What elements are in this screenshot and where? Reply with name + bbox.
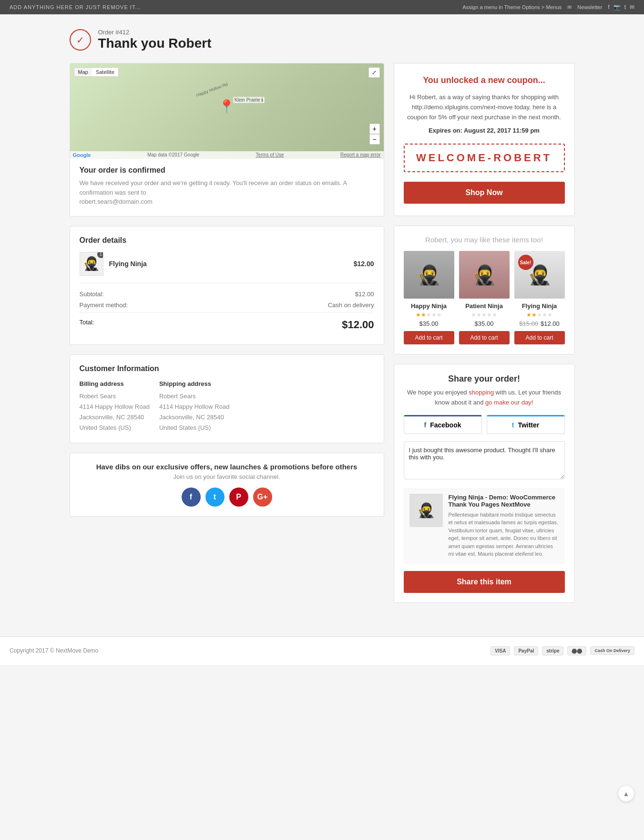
- social-follow-buttons: f t P G+: [80, 487, 374, 507]
- reco-item-1: 🥷 Happy Ninja ★★★★★ $35.00 Add to cart: [404, 251, 454, 344]
- instagram-top-icon[interactable]: 📷: [613, 4, 621, 10]
- subtotal-label: Subtotal:: [80, 290, 104, 298]
- twitter-share-button[interactable]: t Twitter: [487, 415, 565, 434]
- right-column: You unlocked a new coupon... Hi Robert, …: [394, 63, 575, 612]
- twitter-share-icon: t: [512, 421, 514, 429]
- share-preview-box: 🥷 Flying Ninja - Demo: WooCommerce Thank…: [404, 488, 565, 564]
- share-preview-desc: Pellentesque habitant morbi tristique se…: [449, 511, 559, 558]
- recommendations-list: 🥷 Happy Ninja ★★★★★ $35.00 Add to cart 🥷: [404, 251, 565, 344]
- coupon-expires: Expires on: August 22, 2017 11:59 pm: [404, 127, 565, 134]
- map-tab[interactable]: Map: [74, 68, 92, 76]
- visa-icon: VISA: [491, 646, 510, 655]
- map-footer: Google Map data ©2017 Google Terms of Us…: [70, 151, 384, 159]
- stripe-icon: stripe: [542, 646, 563, 655]
- confirmed-description: We have received your order and we're ge…: [80, 178, 374, 207]
- left-column: Map Satellite 📍 Klein Prairie ℹ Happy Ho…: [70, 63, 384, 526]
- facebook-top-icon[interactable]: f: [608, 4, 609, 10]
- reco-item-3-stars: ★★★★★: [514, 311, 565, 318]
- reco-item-2-image: 🥷: [459, 251, 510, 299]
- newsletter-link[interactable]: Newsletter: [577, 4, 602, 10]
- customer-info-title: Customer Information: [80, 364, 374, 373]
- payment-method-label: Payment method:: [80, 301, 128, 309]
- order-summary: Subtotal: $12.00 Payment method: Cash on…: [80, 283, 374, 331]
- menu-assign-text: Assign a menu in Theme Options > Menus: [462, 4, 562, 10]
- coupon-card: You unlocked a new coupon... Hi Robert, …: [394, 63, 575, 216]
- terms-link[interactable]: Terms of Use: [256, 152, 284, 158]
- report-link[interactable]: Report a map error: [340, 152, 380, 158]
- total-label: Total:: [80, 319, 94, 331]
- zoom-in-button[interactable]: +: [369, 124, 380, 134]
- top-bar: ADD ANYTHING HERE OR JUST REMOVE IT... A…: [0, 0, 644, 14]
- email-top-icon[interactable]: ✉: [630, 4, 634, 10]
- share-item-button[interactable]: Share this item: [404, 571, 565, 593]
- total-amount: $12.00: [342, 319, 374, 331]
- reco-item-3: Sale! 🥷 Flying Ninja ★★★★★ $15.00$12.00 …: [514, 251, 565, 344]
- shop-now-button[interactable]: Shop Now: [404, 182, 565, 204]
- reco-item-3-add-to-cart[interactable]: Add to cart: [514, 331, 565, 344]
- make-day-link[interactable]: go make our day!: [485, 399, 533, 406]
- order-item-price: $12.00: [354, 260, 374, 268]
- reco-item-2-name: Patient Ninja: [459, 302, 510, 310]
- zoom-out-button[interactable]: −: [369, 134, 380, 145]
- reco-item-2: 🥷 Patient Ninja ★★★★★ $35.00 Add to cart: [459, 251, 510, 344]
- reco-item-1-name: Happy Ninja: [404, 302, 454, 310]
- pinterest-follow-button[interactable]: P: [229, 487, 248, 507]
- main-wrapper: ✓ Order #412 Thank you Robert Map Satell…: [60, 14, 584, 627]
- reco-item-3-image: Sale! 🥷: [514, 251, 565, 299]
- order-item: 🥷 1 Flying Ninja $12.00: [80, 252, 374, 276]
- map-inner: Map Satellite 📍 Klein Prairie ℹ Happy Ho…: [70, 63, 384, 159]
- order-number: Order #412: [98, 29, 212, 36]
- coupon-title: You unlocked a new coupon...: [404, 75, 565, 85]
- order-item-name: Flying Ninja: [109, 260, 354, 268]
- newsletter-icon: ✉: [567, 4, 572, 10]
- order-header: ✓ Order #412 Thank you Robert: [70, 29, 575, 51]
- social-follow-sub-text: Join us on your favorite social channel.: [80, 473, 374, 480]
- payment-method-row: Payment method: Cash on delivery: [80, 301, 374, 309]
- recommendations-section: Robert, you may like these items too! 🥷 …: [394, 226, 575, 354]
- share-preview-image: 🥷: [409, 494, 443, 527]
- order-item-qty-badge: 1: [97, 252, 103, 258]
- payment-method-value: Cash on delivery: [328, 301, 374, 309]
- reco-item-1-stars: ★★★★★: [404, 311, 454, 318]
- order-details-card: Order details 🥷 1 Flying Ninja $12.00 Su…: [70, 226, 384, 345]
- map-location-label: Klein Prairie ℹ: [233, 97, 265, 103]
- share-message-textarea[interactable]: I just bought this awesome product. Thou…: [404, 441, 565, 479]
- reco-item-1-add-to-cart[interactable]: Add to cart: [404, 331, 454, 344]
- top-bar-right: Assign a menu in Theme Options > Menus ✉…: [462, 4, 634, 10]
- map-expand-button[interactable]: ⤢: [368, 67, 380, 78]
- reco-item-1-image: 🥷: [404, 251, 454, 299]
- address-columns: Billing address Robert Sears 4114 Happy …: [80, 380, 374, 433]
- map-road-label: Happy Hollow Rd: [195, 82, 228, 97]
- sale-badge: Sale!: [518, 255, 533, 270]
- total-row: Total: $12.00: [80, 312, 374, 331]
- reco-item-2-stars: ★★★★★: [459, 311, 510, 318]
- paypal-icon: PayPal: [514, 646, 538, 655]
- billing-address-col: Billing address Robert Sears 4114 Happy …: [80, 380, 150, 433]
- map-data-text: Map data ©2017 Google: [147, 152, 199, 158]
- facebook-share-button[interactable]: f Facebook: [404, 415, 482, 434]
- share-order-subtitle: We hope you enjoyed shopping with us. Le…: [404, 388, 565, 408]
- share-preview-title: Flying Ninja - Demo: WooCommerce Thank Y…: [449, 494, 559, 508]
- reco-item-2-add-to-cart[interactable]: Add to cart: [459, 331, 510, 344]
- confirmed-section: Your order is confirmed We have received…: [70, 159, 384, 216]
- facebook-follow-button[interactable]: f: [182, 487, 201, 507]
- shopping-link[interactable]: shopping: [469, 389, 494, 396]
- map-card: Map Satellite 📍 Klein Prairie ℹ Happy Ho…: [70, 63, 384, 217]
- customer-info-card: Customer Information Billing address Rob…: [70, 354, 384, 443]
- googleplus-follow-button[interactable]: G+: [253, 487, 272, 507]
- reco-item-3-name: Flying Ninja: [514, 302, 565, 310]
- mastercard-icon: ⬤⬤: [567, 646, 586, 655]
- map-zoom-controls: + −: [369, 124, 380, 145]
- twitter-top-icon[interactable]: t: [624, 4, 626, 10]
- coupon-body-text: Hi Robert, as a way of saying thanks for…: [404, 93, 565, 122]
- map-container[interactable]: Map Satellite 📍 Klein Prairie ℹ Happy Ho…: [70, 63, 384, 159]
- subtotal-value: $12.00: [355, 290, 374, 298]
- share-order-title: Share your order!: [404, 374, 565, 384]
- shipping-address-label: Shipping address: [159, 380, 229, 387]
- twitter-follow-button[interactable]: t: [205, 487, 225, 507]
- satellite-tab[interactable]: Satellite: [92, 68, 118, 76]
- social-follow-card: Have dibs on our exclusive offers, new l…: [70, 453, 384, 517]
- recommendations-title: Robert, you may like these items too!: [404, 236, 565, 244]
- share-preview-text: Flying Ninja - Demo: WooCommerce Thank Y…: [449, 494, 559, 558]
- share-buttons: f Facebook t Twitter: [404, 415, 565, 434]
